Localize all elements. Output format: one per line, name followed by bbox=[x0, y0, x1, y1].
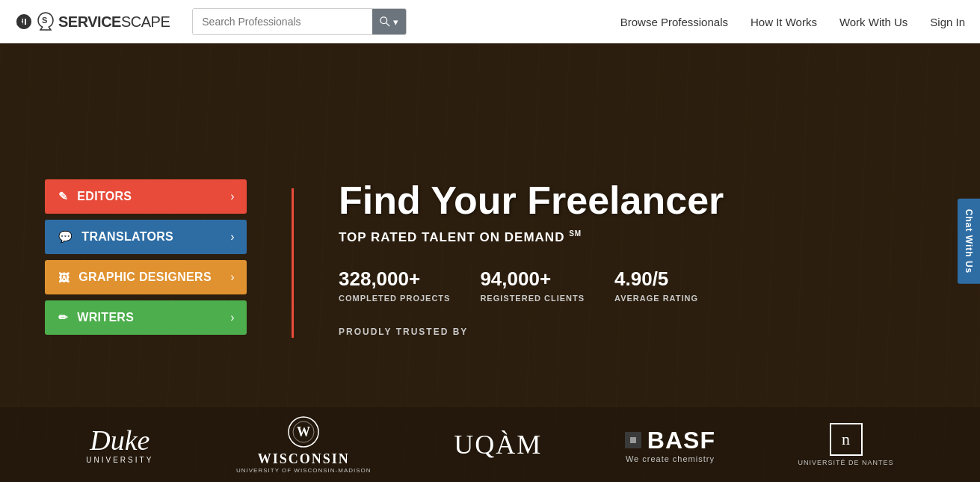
nav-sign-in[interactable]: Sign In bbox=[930, 16, 965, 28]
writers-arrow: › bbox=[230, 311, 235, 324]
hero-headline: Find Your Freelancer bbox=[339, 179, 935, 222]
duke-logo: Duke UNIVERSITY bbox=[86, 426, 153, 464]
basf-name: BASF bbox=[647, 427, 715, 454]
search-container: ▾ bbox=[192, 8, 407, 35]
editors-icon: ✎ bbox=[58, 190, 68, 203]
duke-sub: UNIVERSITY bbox=[86, 456, 153, 464]
nantes-box: n bbox=[830, 423, 863, 456]
editors-label: Editors bbox=[77, 190, 132, 203]
hero-section: ✎ Editors › 💬 Translators › 🖼 Graphic De… bbox=[0, 43, 980, 482]
svg-text:W: W bbox=[297, 424, 310, 439]
uqam-name: UQÀM bbox=[454, 429, 542, 460]
graphic-designers-icon: 🖼 bbox=[58, 271, 70, 284]
translators-icon: 💬 bbox=[58, 230, 73, 244]
svg-text:S: S bbox=[42, 16, 47, 25]
wisconsin-emblem: W bbox=[287, 415, 320, 448]
hero-divider bbox=[292, 188, 294, 338]
nav-work-with-us[interactable]: Work With Us bbox=[839, 16, 907, 28]
site-logo[interactable]: S S SERVICESCAPE bbox=[15, 12, 170, 31]
basf-sub: We create chemistry bbox=[626, 454, 715, 463]
stat-rating-number: 4.90/5 bbox=[614, 268, 698, 291]
stat-average-rating: 4.90/5 AVERAGE RATING bbox=[614, 268, 698, 304]
logo-text: SERVICESCAPE bbox=[58, 13, 170, 31]
stat-rating-label: AVERAGE RATING bbox=[614, 294, 698, 303]
hero-superscript: SM bbox=[569, 229, 582, 238]
stat-clients-label: REGISTERED CLIENTS bbox=[480, 294, 585, 303]
wisconsin-logo: W WISCONSIN UNIVERSITY OF WISCONSIN-MADI… bbox=[236, 415, 372, 474]
stat-registered-clients: 94,000+ REGISTERED CLIENTS bbox=[480, 268, 585, 304]
nav-browse-professionals[interactable]: Browse Professionals bbox=[620, 16, 728, 28]
hero-subheadline: TOP RATED TALENT ON DEMAND SM bbox=[339, 229, 935, 245]
search-button[interactable]: ▾ bbox=[372, 9, 406, 34]
graphic-designers-button[interactable]: 🖼 Graphic Designers › bbox=[45, 260, 247, 294]
stat-projects-number: 328,000+ bbox=[339, 268, 450, 291]
hero-content: ✎ Editors › 💬 Translators › 🖼 Graphic De… bbox=[0, 179, 980, 346]
editors-button[interactable]: ✎ Editors › bbox=[45, 179, 247, 214]
nav-links: Browse Professionals How It Works Work W… bbox=[620, 16, 965, 28]
translators-button[interactable]: 💬 Translators › bbox=[45, 220, 247, 254]
navbar: S S SERVICESCAPE ▾ Browse Professionals … bbox=[0, 0, 980, 43]
tagline-section: Find Your Freelancer TOP RATED TALENT ON… bbox=[339, 179, 935, 346]
nav-how-it-works[interactable]: How It Works bbox=[751, 16, 817, 28]
trusted-label: PROUDLY TRUSTED BY bbox=[339, 327, 935, 337]
stat-projects-label: COMPLETED PROJECTS bbox=[339, 294, 450, 303]
search-input[interactable] bbox=[193, 9, 372, 34]
search-dropdown-arrow: ▾ bbox=[393, 16, 398, 28]
translators-label: Translators bbox=[81, 230, 173, 244]
writers-button[interactable]: ✏ Writers › bbox=[45, 300, 247, 335]
graphic-designers-arrow: › bbox=[230, 271, 235, 284]
logo-icon: S bbox=[15, 13, 33, 31]
stat-completed-projects: 328,000+ COMPLETED PROJECTS bbox=[339, 268, 450, 304]
writers-icon: ✏ bbox=[58, 311, 68, 324]
uqam-logo: UQÀM bbox=[454, 429, 542, 460]
chat-widget[interactable]: Chat With Us bbox=[958, 198, 980, 284]
nantes-logo: n UNIVERSITÉ DE NANTES bbox=[798, 423, 894, 466]
servicescape-s-logo: S bbox=[37, 12, 54, 31]
writers-label: Writers bbox=[77, 311, 134, 324]
category-list: ✎ Editors › 💬 Translators › 🖼 Graphic De… bbox=[45, 179, 247, 335]
editors-arrow: › bbox=[230, 190, 235, 203]
wisconsin-name: WISCONSIN bbox=[258, 451, 350, 467]
translators-arrow: › bbox=[230, 230, 235, 244]
graphic-designers-label: Graphic Designers bbox=[78, 271, 212, 284]
basf-logo: BASF We create chemistry bbox=[625, 427, 715, 463]
duke-name: Duke bbox=[90, 426, 150, 454]
nantes-name: UNIVERSITÉ DE NANTES bbox=[798, 459, 894, 466]
trusted-logos-bar: Duke UNIVERSITY W WISCONSIN UNIVERSITY O… bbox=[0, 407, 980, 482]
wisconsin-sub: UNIVERSITY OF WISCONSIN-MADISON bbox=[236, 467, 372, 474]
svg-line-3 bbox=[386, 23, 389, 26]
stat-clients-number: 94,000+ bbox=[480, 268, 585, 291]
svg-text:S: S bbox=[16, 16, 23, 28]
stats-row: 328,000+ COMPLETED PROJECTS 94,000+ REGI… bbox=[339, 268, 935, 304]
svg-point-2 bbox=[380, 17, 387, 24]
search-icon bbox=[380, 16, 390, 27]
basf-square bbox=[625, 432, 641, 448]
